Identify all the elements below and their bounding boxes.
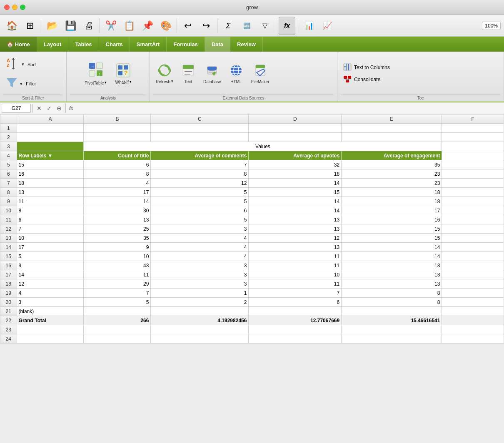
cell-c22[interactable]: 4.192982456 [151,316,249,325]
text-to-columns-button[interactable]: T Text to Columns [341,62,392,73]
row-num-17[interactable]: 17 [0,270,17,279]
maximize-button[interactable] [20,5,25,10]
minimize-button[interactable] [12,5,17,10]
cell-a17[interactable]: 14 [17,270,84,279]
row-num-13[interactable]: 13 [0,234,17,243]
cell-b18[interactable]: 29 [84,279,151,289]
cell-c8[interactable]: 5 [151,188,249,197]
filter-button[interactable]: ▾ Filter [3,75,38,92]
row-labels-filter-icon[interactable]: ▼ [48,153,53,159]
undo-button[interactable]: ↩ [180,17,196,35]
cell-a12[interactable]: 7 [17,224,84,234]
row-num-7[interactable]: 7 [0,179,17,188]
cell-d9[interactable]: 14 [249,197,342,206]
cell-f23[interactable] [442,325,504,334]
row-num-10[interactable]: 10 [0,206,17,215]
cell-c17[interactable]: 3 [151,270,249,279]
cell-d15[interactable]: 11 [249,252,342,261]
cell-b20[interactable]: 5 [84,298,151,307]
cell-d17[interactable]: 10 [249,270,342,279]
cell-d6[interactable]: 18 [249,169,342,179]
cell-b4[interactable]: Count of title [84,151,151,160]
cell-c18[interactable]: 3 [151,279,249,289]
cell-b1[interactable] [84,124,151,133]
filter-toolbar-button[interactable]: ▽ [257,17,273,35]
tab-tables[interactable]: Tables [68,37,99,52]
tab-layout[interactable]: Layout [37,37,69,52]
whatif-button[interactable]: ? What-If ▾ [112,61,134,86]
pivottable-button[interactable]: ↔ ↕ PivotTable ▾ [82,60,109,87]
close-button[interactable] [4,5,10,10]
cell-f13[interactable] [442,234,504,243]
cell-e21[interactable] [342,307,442,316]
cell-c9[interactable]: 5 [151,197,249,206]
cell-b2[interactable] [84,133,151,142]
cell-a11[interactable]: 6 [17,215,84,224]
cell-f11[interactable] [442,215,504,224]
consolidate-button[interactable]: Consolidate [341,74,392,85]
cell-d1[interactable] [249,124,342,133]
cell-a7[interactable]: 18 [17,179,84,188]
cell-d20[interactable]: 6 [249,298,342,307]
row-num-9[interactable]: 9 [0,197,17,206]
cell-e5[interactable]: 35 [342,160,442,169]
cell-c23[interactable] [151,325,249,334]
sum-button[interactable]: Σ [220,17,237,35]
cell-e8[interactable]: 18 [342,188,442,197]
cell-a20[interactable]: 3 [17,298,84,307]
cell-e15[interactable]: 14 [342,252,442,261]
cell-c24[interactable] [151,334,249,343]
formula-input[interactable] [77,104,502,113]
col-header-d[interactable]: D [249,114,342,124]
row-num-15[interactable]: 15 [0,252,17,261]
row-num-23[interactable]: 23 [0,325,17,334]
row-num-22[interactable]: 22 [0,316,17,325]
row-num-14[interactable]: 14 [0,243,17,252]
cell-b3-values[interactable]: Values [84,142,442,151]
row-num-18[interactable]: 18 [0,279,17,289]
cell-d4[interactable]: Average of upvotes [249,151,342,160]
cell-e12[interactable]: 15 [342,224,442,234]
cell-c6[interactable]: 8 [151,169,249,179]
cell-e6[interactable]: 23 [342,169,442,179]
cell-f21[interactable] [442,307,504,316]
cell-e9[interactable]: 18 [342,197,442,206]
cell-e24[interactable] [342,334,442,343]
expand-formula-button[interactable]: ⊖ [55,104,64,113]
row-num-20[interactable]: 20 [0,298,17,307]
col-header-a[interactable]: A [17,114,84,124]
cell-a16[interactable]: 9 [17,261,84,270]
cell-c16[interactable]: 3 [151,261,249,270]
row-num-6[interactable]: 6 [0,169,17,179]
cell-d5[interactable]: 32 [249,160,342,169]
cell-a10[interactable]: 8 [17,206,84,215]
html-button[interactable]: HTML [226,62,246,86]
cell-c19[interactable]: 1 [151,289,249,298]
confirm-formula-button[interactable]: ✓ [45,104,54,113]
cell-e11[interactable]: 16 [342,215,442,224]
tab-home[interactable]: 🏠 Home [0,37,37,52]
redo-button[interactable]: ↪ [198,17,215,35]
cell-b23[interactable] [84,325,151,334]
row-num-11[interactable]: 11 [0,215,17,224]
cell-c11[interactable]: 5 [151,215,249,224]
cell-f2[interactable] [442,133,504,142]
cell-e2[interactable] [342,133,442,142]
tab-charts[interactable]: Charts [99,37,130,52]
col-header-b[interactable]: B [84,114,151,124]
cell-f4[interactable] [442,151,504,160]
cell-f6[interactable] [442,169,504,179]
cell-b6[interactable]: 8 [84,169,151,179]
row-num-8[interactable]: 8 [0,188,17,197]
cell-c5[interactable]: 7 [151,160,249,169]
cell-a24[interactable] [17,334,84,343]
copy-button[interactable]: 📋 [121,17,137,35]
zoom-level[interactable]: 100% [482,22,501,30]
cell-f15[interactable] [442,252,504,261]
cell-c21[interactable] [151,307,249,316]
cell-c2[interactable] [151,133,249,142]
tab-smartart[interactable]: SmartArt [130,37,167,52]
cell-f10[interactable] [442,206,504,215]
cell-a21[interactable]: (blank) [17,307,84,316]
cell-a14[interactable]: 17 [17,243,84,252]
